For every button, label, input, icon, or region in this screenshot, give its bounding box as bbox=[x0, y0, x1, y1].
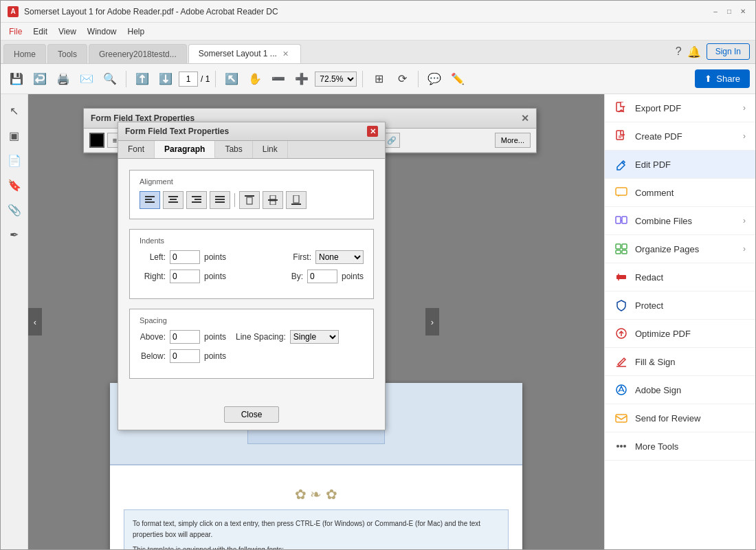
zoom-out-btn[interactable]: ➖ bbox=[268, 69, 289, 89]
alignment-buttons bbox=[140, 191, 364, 209]
panel-combine-files[interactable]: Combine Files › bbox=[605, 207, 755, 235]
tab-link[interactable]: Link bbox=[253, 141, 288, 158]
panel-protect[interactable]: Protect bbox=[605, 292, 755, 320]
undo-tool[interactable]: ↩️ bbox=[30, 69, 50, 89]
scroll-left[interactable]: ‹ bbox=[28, 308, 42, 336]
sidebar-tool-pages[interactable]: 📄 bbox=[3, 149, 25, 171]
tab-font[interactable]: Font bbox=[118, 141, 155, 158]
right-input[interactable] bbox=[170, 270, 200, 283]
fit-page-tool[interactable]: ⊞ bbox=[368, 69, 389, 89]
by-unit: points bbox=[342, 272, 364, 281]
align-right-btn2[interactable] bbox=[186, 191, 207, 209]
panel-organize-pages[interactable]: Organize Pages › bbox=[605, 235, 755, 263]
align-justify-btn2[interactable] bbox=[210, 191, 230, 209]
valign-middle-btn[interactable] bbox=[263, 191, 283, 209]
tab-somerset-close[interactable]: ✕ bbox=[281, 49, 291, 58]
tab-greenery[interactable]: Greenery2018testd... bbox=[89, 44, 187, 63]
menu-view[interactable]: View bbox=[53, 25, 82, 38]
sidebar-tool-comment[interactable]: 📎 bbox=[3, 199, 25, 221]
tab-somerset[interactable]: Somerset Layout 1 ... ✕ bbox=[188, 44, 301, 63]
combine-files-arrow: › bbox=[743, 216, 746, 226]
panel-more-tools[interactable]: More Tools bbox=[605, 432, 755, 461]
menu-help[interactable]: Help bbox=[122, 25, 151, 38]
left-input[interactable] bbox=[170, 250, 200, 264]
panel-adobe-sign[interactable]: Adobe Sign bbox=[605, 376, 755, 404]
panel-send-review[interactable]: Send for Review bbox=[605, 404, 755, 432]
share-icon: ⬆ bbox=[704, 74, 712, 84]
align-center-btn2[interactable] bbox=[163, 191, 184, 209]
panel-fill-sign[interactable]: Fill & Sign bbox=[605, 348, 755, 376]
below-input[interactable] bbox=[170, 349, 200, 363]
sidebar-tool-select[interactable]: ▣ bbox=[3, 124, 25, 146]
tab-paragraph[interactable]: Paragraph bbox=[155, 141, 215, 158]
svg-rect-34 bbox=[616, 250, 621, 254]
pen-tool[interactable]: ✏️ bbox=[447, 69, 468, 89]
tab-tools[interactable]: Tools bbox=[47, 44, 87, 63]
first-select[interactable]: None Indent Hanging bbox=[315, 250, 364, 264]
zoom-select[interactable]: 72.5% 50% 100% 150% bbox=[315, 72, 357, 87]
above-input[interactable] bbox=[170, 330, 200, 344]
print-tool[interactable]: 🖨️ bbox=[53, 69, 74, 89]
inner-dialog-close[interactable]: ✕ bbox=[367, 126, 378, 137]
pdf-viewer[interactable]: ‹ › Form Field Text Properties ✕ ≡ ☰ ≡ ≡… bbox=[28, 94, 604, 549]
svg-rect-16 bbox=[245, 195, 254, 197]
zoom-in-btn[interactable]: ➕ bbox=[291, 69, 312, 89]
outer-dialog-close[interactable]: ✕ bbox=[521, 113, 529, 124]
comment-tool[interactable]: 💬 bbox=[424, 69, 445, 89]
panel-create-pdf[interactable]: Create PDF › bbox=[605, 122, 755, 151]
svg-rect-35 bbox=[622, 250, 627, 254]
sidebar-tool-bookmark[interactable]: 🔖 bbox=[3, 174, 25, 196]
tab-tabs[interactable]: Tabs bbox=[215, 141, 252, 158]
sign-in-button[interactable]: Sign In bbox=[707, 43, 750, 60]
scroll-right[interactable]: › bbox=[425, 308, 439, 336]
save-tool[interactable]: 💾 bbox=[6, 69, 27, 89]
menu-file[interactable]: File bbox=[3, 25, 27, 38]
pdf-body: ✿ ❧ ✿ To format text, simply click on a … bbox=[110, 465, 522, 549]
align-left-btn[interactable] bbox=[140, 191, 160, 209]
panel-edit-pdf[interactable]: Edit PDF bbox=[605, 151, 755, 179]
hand-tool[interactable]: ✋ bbox=[245, 69, 265, 89]
sidebar-tool-arrow[interactable]: ↖ bbox=[3, 100, 25, 122]
menu-window[interactable]: Window bbox=[82, 25, 122, 38]
sidebar-tool-edit[interactable]: ✒ bbox=[3, 223, 25, 245]
next-page-tool[interactable]: ⬇️ bbox=[155, 69, 176, 89]
page-input[interactable] bbox=[179, 72, 198, 87]
share-button[interactable]: ⬆ Share bbox=[695, 69, 750, 88]
select-tool[interactable]: ↖️ bbox=[221, 69, 242, 89]
svg-rect-29 bbox=[616, 217, 621, 223]
tab-home[interactable]: Home bbox=[3, 44, 46, 63]
fill-sign-label: Fill & Sign bbox=[635, 357, 746, 367]
panel-export-pdf[interactable]: Export PDF › bbox=[605, 94, 755, 122]
menu-edit[interactable]: Edit bbox=[27, 25, 53, 38]
comment-panel-icon bbox=[614, 186, 628, 199]
panel-optimize-pdf[interactable]: Optimize PDF bbox=[605, 320, 755, 348]
alignment-fieldset: Alignment bbox=[129, 170, 374, 219]
protect-label: Protect bbox=[635, 300, 746, 311]
toolbar: 💾 ↩️ 🖨️ ✉️ 🔍 ⬆️ ⬇️ / 1 ↖️ ✋ ➖ ➕ 72.5% 50… bbox=[1, 64, 755, 94]
more-button[interactable]: More... bbox=[495, 133, 531, 148]
color-box[interactable] bbox=[89, 133, 104, 148]
maximize-button[interactable]: □ bbox=[724, 6, 735, 17]
minimize-button[interactable]: – bbox=[710, 6, 721, 17]
help-icon[interactable]: ? bbox=[676, 45, 682, 58]
close-button[interactable]: ✕ bbox=[737, 6, 748, 17]
notifications-icon[interactable]: 🔔 bbox=[687, 45, 701, 58]
email-tool[interactable]: ✉️ bbox=[76, 69, 97, 89]
panel-comment[interactable]: Comment bbox=[605, 179, 755, 207]
link-btn[interactable]: 🔗 bbox=[383, 133, 400, 148]
svg-rect-24 bbox=[621, 102, 625, 107]
panel-redact[interactable]: Redact bbox=[605, 263, 755, 292]
prev-page-tool[interactable]: ⬆️ bbox=[132, 69, 153, 89]
valign-bottom-btn[interactable] bbox=[286, 191, 307, 209]
svg-rect-32 bbox=[616, 244, 621, 249]
page-nav: / 1 bbox=[179, 72, 210, 87]
close-button[interactable]: Close bbox=[224, 406, 280, 423]
valign-top-btn[interactable] bbox=[239, 191, 260, 209]
rotate-tool[interactable]: ⟳ bbox=[392, 69, 412, 89]
svg-rect-20 bbox=[270, 201, 276, 205]
indents-fieldset: Indents Left: points First: None Indent … bbox=[129, 229, 374, 299]
line-spacing-select[interactable]: Single 1.5 Lines Double At Least Exactly… bbox=[290, 330, 339, 344]
first-label: First: bbox=[285, 252, 311, 262]
by-input[interactable] bbox=[307, 270, 337, 283]
zoom-out-tool[interactable]: 🔍 bbox=[100, 69, 120, 89]
